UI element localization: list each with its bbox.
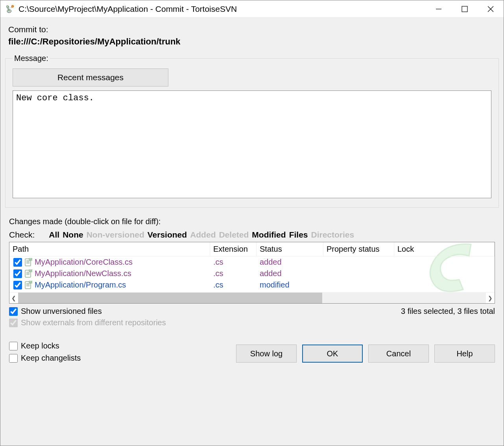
commit-dialog: C:\Source\MyProject\MyApplication - Comm… <box>0 0 504 446</box>
check-files-link[interactable]: Files <box>289 230 308 240</box>
show-log-button[interactable]: Show log <box>236 345 297 363</box>
changes-made-label: Changes made (double-click on file for d… <box>9 217 495 226</box>
file-icon: c# <box>24 281 32 289</box>
file-extension: .cs <box>213 269 223 278</box>
check-filter-row: Check: All None Non-versioned Versioned … <box>9 230 495 240</box>
file-checkbox[interactable] <box>13 281 22 289</box>
minimize-button[interactable] <box>426 0 452 18</box>
show-externals-label: Show externals from different repositori… <box>21 318 166 327</box>
svg-rect-5 <box>462 6 467 12</box>
cancel-button[interactable]: Cancel <box>368 345 429 363</box>
file-checkbox[interactable] <box>13 258 22 267</box>
show-unversioned-checkbox[interactable] <box>9 307 18 316</box>
check-directories-link: Directories <box>311 230 354 240</box>
column-status[interactable]: Status <box>257 242 323 256</box>
show-externals-row: Show externals from different repositori… <box>9 318 401 327</box>
check-all-link[interactable]: All <box>49 230 59 240</box>
keep-locks-checkbox[interactable] <box>9 342 18 350</box>
message-group: Message: Recent messages <box>5 54 499 208</box>
file-icon: c# <box>24 269 32 278</box>
titlebar[interactable]: C:\Source\MyProject\MyApplication - Comm… <box>0 0 504 18</box>
check-added-link: Added <box>190 230 216 240</box>
file-extension: .cs <box>213 280 223 289</box>
file-property-status <box>323 280 394 290</box>
ok-button[interactable]: OK <box>302 345 363 363</box>
file-status: modified <box>260 280 290 289</box>
recent-messages-button[interactable]: Recent messages <box>13 68 168 87</box>
app-icon <box>4 4 15 15</box>
file-lock <box>394 280 495 290</box>
keep-changelists-label: Keep changelists <box>21 354 81 363</box>
file-path: MyApplication/CoreClass.cs <box>35 258 133 267</box>
column-path[interactable]: Path <box>9 242 210 256</box>
window-title: C:\Source\MyProject\MyApplication - Comm… <box>18 4 426 14</box>
commit-to-label: Commit to: <box>8 25 496 34</box>
file-checkbox[interactable] <box>13 269 22 278</box>
svg-text:c#: c# <box>30 258 32 260</box>
maximize-button[interactable] <box>452 0 478 18</box>
file-extension: .cs <box>213 258 223 266</box>
list-header-row: Path Extension Status Property status Lo… <box>9 242 495 256</box>
svg-text:c#: c# <box>30 269 32 272</box>
help-button[interactable]: Help <box>434 345 495 363</box>
file-path: MyApplication/Program.cs <box>35 280 126 289</box>
check-non-versioned-link: Non-versioned <box>87 230 144 240</box>
file-path: MyApplication/NewClass.cs <box>35 269 131 278</box>
column-lock[interactable]: Lock <box>394 242 495 256</box>
scroll-thumb[interactable] <box>18 293 322 303</box>
file-lock <box>394 257 495 267</box>
table-row[interactable]: c#MyApplication/NewClass.cs.csadded <box>9 268 495 279</box>
show-unversioned-label: Show unversioned files <box>21 307 102 316</box>
file-property-status <box>323 269 394 278</box>
svg-text:c#: c# <box>30 281 32 283</box>
check-versioned-link[interactable]: Versioned <box>148 230 187 240</box>
column-extension[interactable]: Extension <box>210 242 257 256</box>
commit-message-input[interactable] <box>13 90 491 198</box>
commit-url: file:///C:/Repositories/MyApplication/tr… <box>8 37 496 47</box>
table-row[interactable]: c#MyApplication/CoreClass.cs.csadded <box>9 256 495 268</box>
file-property-status <box>323 257 394 267</box>
check-label: Check: <box>9 230 35 240</box>
file-status: added <box>260 269 282 278</box>
check-modified-link[interactable]: Modified <box>252 230 286 240</box>
scroll-left-button[interactable]: ❮ <box>9 293 18 303</box>
close-button[interactable] <box>478 0 504 18</box>
table-row[interactable]: c#MyApplication/Program.cs.csmodified <box>9 279 495 291</box>
keep-locks-label: Keep locks <box>21 341 59 350</box>
show-unversioned-row[interactable]: Show unversioned files <box>9 307 401 316</box>
message-label: Message: <box>13 54 50 63</box>
check-none-link[interactable]: None <box>63 230 83 240</box>
keep-changelists-checkbox[interactable] <box>9 354 18 363</box>
selection-summary: 3 files selected, 3 files total <box>401 307 495 316</box>
column-property-status[interactable]: Property status <box>323 242 394 256</box>
file-lock <box>394 269 495 278</box>
keep-changelists-row[interactable]: Keep changelists <box>9 354 236 363</box>
svg-line-3 <box>11 7 12 8</box>
check-deleted-link: Deleted <box>219 230 249 240</box>
file-status: added <box>260 258 282 266</box>
svg-point-1 <box>6 6 8 7</box>
file-icon: c# <box>24 258 32 267</box>
keep-locks-row[interactable]: Keep locks <box>9 341 236 350</box>
changed-files-list[interactable]: Path Extension Status Property status Lo… <box>9 242 495 304</box>
show-externals-checkbox <box>9 319 18 327</box>
